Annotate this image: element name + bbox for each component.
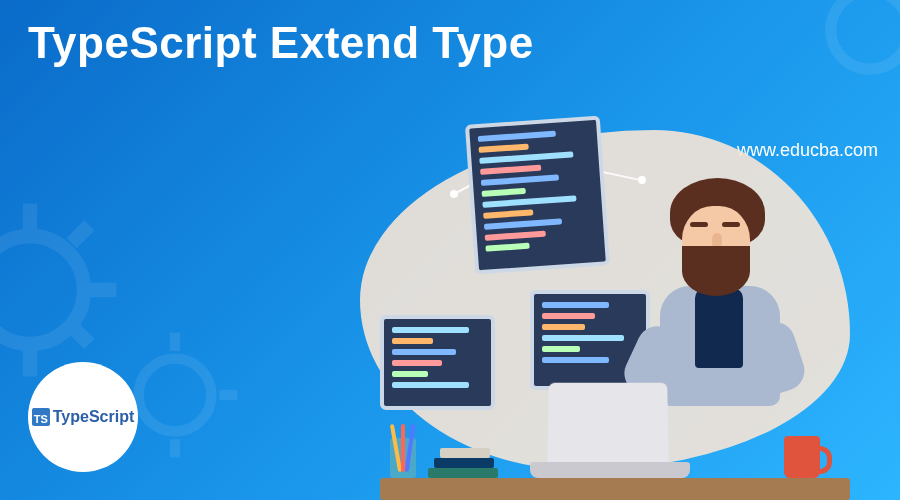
typescript-logo-badge: TS TypeScript <box>28 362 138 472</box>
desk <box>380 478 850 500</box>
svg-rect-7 <box>66 220 94 248</box>
svg-rect-2 <box>23 348 37 377</box>
banner: TypeScript Extend Type www.educba.com TS… <box>0 0 900 500</box>
code-panel-icon <box>465 115 610 274</box>
illustration-scene <box>320 100 880 500</box>
pencil-cup-icon <box>390 438 416 478</box>
svg-rect-13 <box>219 390 237 400</box>
svg-rect-4 <box>88 283 117 297</box>
svg-rect-1 <box>23 204 37 233</box>
svg-point-9 <box>139 359 212 432</box>
ts-square-icon: TS <box>32 408 50 426</box>
gear-icon <box>800 0 900 100</box>
logo-text: TS TypeScript <box>32 408 135 426</box>
code-panel-icon <box>380 315 495 410</box>
laptop-icon <box>530 368 690 478</box>
svg-point-14 <box>831 0 900 69</box>
svg-rect-10 <box>170 333 180 351</box>
svg-rect-11 <box>170 439 180 457</box>
logo-label: TypeScript <box>53 408 135 426</box>
gear-icon <box>0 200 120 380</box>
books-icon <box>428 448 498 478</box>
page-title: TypeScript Extend Type <box>28 18 534 68</box>
mug-icon <box>784 436 820 478</box>
